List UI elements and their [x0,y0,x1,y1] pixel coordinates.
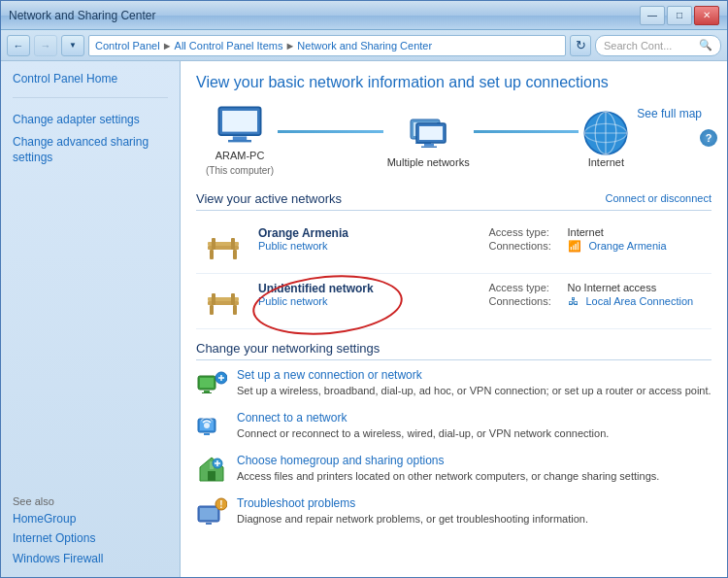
sidebar-internet-options-link[interactable]: Internet Options [13,530,168,547]
svg-rect-31 [204,391,210,392]
sidebar-advanced-link[interactable]: Change advanced sharing settings [13,134,168,167]
svg-text:!: ! [219,499,222,510]
homegroup-text: Choose homegroup and sharing options Acc… [237,454,711,483]
svg-rect-48 [206,523,212,525]
svg-rect-20 [233,250,237,259]
svg-rect-30 [200,378,214,388]
sidebar-homegroup-link[interactable]: HomeGroup [13,511,168,527]
setup-connection-title[interactable]: Set up a new connection or network [237,368,711,382]
orange-armenia-details: Access type: Internet Connections: 📶 Ora… [489,226,709,255]
multiple-networks-icon [405,114,451,153]
computer-label: ARAM-PC [215,150,265,161]
multiple-networks-node: Multiple networks [387,114,470,168]
setup-connection-item: Set up a new connection or network Set u… [196,368,711,399]
computer-node: ARAM-PC (This computer) [206,107,274,176]
setup-connection-desc: Set up a wireless, broadband, dial-up, a… [237,384,711,397]
page-title: View your basic network information and … [196,73,711,93]
internet-icon [582,114,629,153]
settings-header: Change your networking settings [196,341,711,360]
main-window: Network and Sharing Center — □ ✕ ← → ▼ C… [0,0,728,578]
crumb-current[interactable]: Network and Sharing Center [297,40,432,51]
title-bar: Network and Sharing Center — □ ✕ [1,1,727,30]
connect-network-desc: Connect or reconnect to a wireless, wire… [237,426,711,440]
orange-armenia-type[interactable]: Public network [258,240,478,252]
svg-point-39 [204,423,210,428]
troubleshoot-item: ! Troubleshoot problems Diagnose and rep… [196,496,711,527]
see-full-map-link[interactable]: See full map [637,107,702,120]
window-title: Network and Sharing Center [9,9,155,22]
troubleshoot-title[interactable]: Troubleshoot problems [237,496,711,510]
minimize-button[interactable]: — [640,6,665,25]
svg-rect-25 [210,305,214,315]
homegroup-title[interactable]: Choose homegroup and sharing options [237,454,711,467]
svg-rect-1 [222,111,257,132]
multiple-networks-label: Multiple networks [387,156,470,168]
window-controls: — □ ✕ [640,6,719,25]
setup-connection-text: Set up a new connection or network Set u… [237,368,711,397]
see-also-section: See also HomeGroup Internet Options Wind… [13,476,168,567]
svg-rect-11 [421,147,437,149]
svg-rect-28 [231,293,235,305]
connect-network-icon [196,411,227,442]
sidebar-adapter-link[interactable]: Change adapter settings [13,112,168,128]
unidentified-access: No Internet access [568,282,657,293]
refresh-button[interactable]: ↻ [570,35,591,56]
svg-rect-41 [208,471,215,481]
troubleshoot-desc: Diagnose and repair network problems, or… [237,512,711,526]
orange-armenia-connection-link[interactable]: Orange Armenia [589,240,667,253]
content-area: Control Panel Home Change adapter settin… [1,61,727,577]
unidentified-network-name: Unidentified network [258,282,478,295]
search-box[interactable]: Search Cont... 🔍 [595,35,721,56]
svg-rect-2 [233,137,247,141]
connect-disconnect-link[interactable]: Connect or disconnect [606,192,711,204]
computer-icon [216,107,263,146]
troubleshoot-icon: ! [196,496,227,527]
dropdown-button[interactable]: ▼ [61,35,84,56]
settings-section: Change your networking settings [196,341,711,527]
network-line-1 [278,130,383,133]
search-icon: 🔍 [699,39,712,51]
unidentified-network-info: Unidentified network Public network [258,282,478,307]
svg-rect-21 [212,238,215,250]
sidebar-firewall-link[interactable]: Windows Firewall [13,551,168,567]
close-button[interactable]: ✕ [694,6,719,25]
sidebar-home-link[interactable]: Control Panel Home [13,71,168,87]
unidentified-network-type[interactable]: Public network [258,295,478,307]
wifi-icon: 📶 [568,240,581,253]
search-placeholder: Search Cont... [604,40,672,51]
svg-rect-19 [210,250,214,259]
see-also-title: See also [13,495,168,507]
orange-armenia-access: Internet [568,226,604,238]
svg-rect-47 [200,508,217,520]
maximize-button[interactable]: □ [667,6,692,25]
help-icon[interactable]: ? [700,129,717,147]
orange-armenia-card: Orange Armenia Public network Access typ… [196,219,711,274]
address-field[interactable]: Control Panel ► All Control Panel Items … [88,35,566,56]
crumb-all-items[interactable]: All Control Panel Items [175,40,283,51]
orange-armenia-icon [200,226,247,265]
local-area-connection-link[interactable]: Local Area Connection [586,295,694,307]
active-networks-header: View your active networks Connect or dis… [196,191,711,211]
network-diagram: ARAM-PC (This computer) [196,107,711,176]
address-bar: ← → ▼ Control Panel ► All Control Panel … [1,30,727,61]
unidentified-network-details: Access type: No Internet access Connecti… [489,282,709,309]
troubleshoot-text: Troubleshoot problems Diagnose and repai… [237,496,711,526]
orange-armenia-name: Orange Armenia [258,226,478,240]
svg-rect-10 [424,144,434,147]
crumb-control-panel[interactable]: Control Panel [95,40,160,51]
connect-network-text: Connect to a network Connect or reconnec… [237,411,711,440]
unidentified-network-card: Unidentified network Public network Acce… [196,274,711,329]
svg-rect-26 [233,305,237,315]
homegroup-desc: Access files and printers located on oth… [237,469,711,483]
svg-rect-27 [212,293,215,305]
forward-button[interactable]: → [34,35,57,56]
network-line-2 [474,130,579,133]
setup-connection-icon [196,368,227,399]
svg-rect-38 [204,433,210,435]
back-button[interactable]: ← [7,35,30,56]
homegroup-icon [196,454,227,485]
connect-network-title[interactable]: Connect to a network [237,411,711,425]
svg-rect-22 [231,238,235,250]
unidentified-icon [200,282,247,321]
computer-sublabel: (This computer) [206,165,274,176]
